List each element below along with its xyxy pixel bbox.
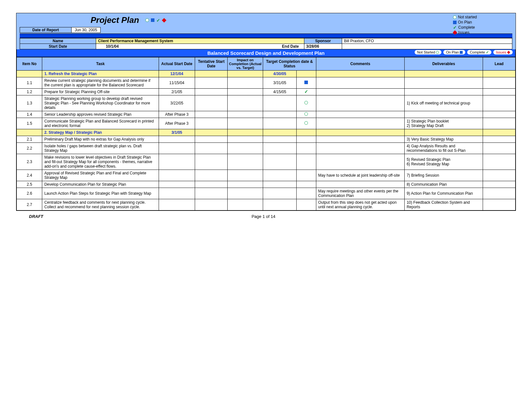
cell-tentative-start xyxy=(195,199,228,210)
table-row: 2.6Launch Action Plan Steps for Strategi… xyxy=(17,188,516,199)
cell-item-no: 1.5 xyxy=(17,118,42,129)
cell-task: Centralize feedback and comments for nex… xyxy=(42,199,159,210)
cell-impact xyxy=(228,77,263,89)
legend-not-started: Not started xyxy=(458,15,477,20)
cell-status xyxy=(297,170,316,181)
cell-deliverables xyxy=(405,89,483,95)
section-title-bar: Balanced Scorecard Design and Developmen… xyxy=(16,49,516,57)
header: Project Plan ✓ Not started On Plan ✓Comp… xyxy=(16,13,516,49)
check-icon: ✓ xyxy=(486,50,489,54)
cell-actual-start: After Phase 3 xyxy=(159,118,195,129)
cell-item-no: 1.3 xyxy=(17,95,42,111)
start-date-label: Start Date xyxy=(20,44,96,49)
footer-page: Page 1 of 14 xyxy=(251,214,275,219)
cell-impact xyxy=(228,170,263,181)
section-actual-start: 12/1/04 xyxy=(159,71,195,77)
col-lead: Lead xyxy=(483,57,515,71)
cell-lead xyxy=(483,111,515,118)
cell-target-date: 4/15/05 xyxy=(263,89,297,95)
status-pills: Not Started On Plan Complete ✓ Issues xyxy=(415,50,513,54)
pill-not-started[interactable]: Not Started xyxy=(415,50,442,54)
legend-on-plan: On Plan xyxy=(458,20,472,25)
cell-actual-start xyxy=(159,154,195,170)
cell-task: Develop Communication Plan for Strategic… xyxy=(42,181,159,188)
square-icon xyxy=(453,21,457,24)
cell-lead xyxy=(483,95,515,111)
cell-deliverables: 10) Feedback Collection System and Repor… xyxy=(405,199,483,210)
cell-item-no: 2.5 xyxy=(17,181,42,188)
legend-complete: Complete xyxy=(458,25,475,30)
cell-target-date xyxy=(263,136,297,143)
diamond-icon xyxy=(507,51,510,54)
section-title-cell: 2. Strategy Map / Strategic Plan xyxy=(42,129,159,136)
cell-comments xyxy=(316,111,404,118)
cell-task: Strategic Planning working group to deve… xyxy=(42,95,159,111)
table-row: 2.7Centralize feedback and comments for … xyxy=(17,199,516,210)
circle-icon xyxy=(304,121,308,125)
cell-actual-start: 2/1/05 xyxy=(159,89,195,95)
start-date: 10/1/04 xyxy=(106,44,119,49)
pill-complete[interactable]: Complete ✓ xyxy=(467,50,491,54)
cell-item-no: 1.2 xyxy=(17,89,42,95)
report-date-row: Date of Report Jun 30, 2005 xyxy=(20,27,512,33)
cell-task: Launch Action Plan Steps for Strategic P… xyxy=(42,188,159,199)
diamond-icon xyxy=(162,18,166,22)
cell-lead xyxy=(483,77,515,89)
cell-deliverables xyxy=(405,111,483,118)
cell-task: Review current strategic planning docume… xyxy=(42,77,159,89)
check-icon: ✓ xyxy=(453,25,457,29)
cell-comments: May require meetings and other events pe… xyxy=(316,188,404,199)
cell-target-date xyxy=(263,143,297,154)
cell-status xyxy=(297,111,316,118)
cell-target-date xyxy=(263,111,297,118)
cell-actual-start xyxy=(159,181,195,188)
col-comments: Comments xyxy=(316,57,404,71)
project-info-table: Name Client Performance Management Syste… xyxy=(20,38,512,49)
cell-comments xyxy=(316,89,404,95)
cell-comments: May have to schedule at joint leadership… xyxy=(316,170,404,181)
cell-tentative-start xyxy=(195,118,228,129)
cell-deliverables: 8) Communication Plan xyxy=(405,181,483,188)
cell-deliverables: 9) Action Plan for Communication Plan xyxy=(405,188,483,199)
cell-comments xyxy=(316,154,404,170)
cell-item-no: 1.1 xyxy=(17,77,42,89)
cell-item-no: 2.4 xyxy=(17,170,42,181)
cell-status xyxy=(297,199,316,210)
cell-comments xyxy=(316,118,404,129)
cell-task: Isolate holes / gaps between draft strat… xyxy=(42,143,159,154)
table-row: 1.4Senior Leadership approves revised St… xyxy=(17,111,516,118)
pill-issues[interactable]: Issues xyxy=(493,50,513,54)
cell-actual-start xyxy=(159,143,195,154)
cell-tentative-start xyxy=(195,170,228,181)
plan-table: Item No Task Actual Start Date Tentative… xyxy=(16,57,516,210)
cell-item-no: 2.1 xyxy=(17,136,42,143)
section-title: Balanced Scorecard Design and Developmen… xyxy=(207,50,324,56)
col-tentative-start: Tentative Start Date xyxy=(195,57,228,71)
table-row: 1.1Review current strategic planning doc… xyxy=(17,77,516,89)
table-row: 2.4Approval of Revised Strategic Plan an… xyxy=(17,170,516,181)
sponsor-label: Sponsor xyxy=(304,38,342,44)
cell-status: ✓ xyxy=(297,89,316,95)
cell-deliverables: 1) Kick off meeting of technical group xyxy=(405,95,483,111)
status-legend: Not started On Plan ✓Complete Issues xyxy=(453,15,477,35)
cell-impact xyxy=(228,154,263,170)
footer-draft: DRAFT xyxy=(29,214,43,219)
cell-impact xyxy=(228,89,263,95)
col-actual-start: Actual Start Date xyxy=(159,57,195,71)
col-target-completion: Target Completion date & Status xyxy=(263,57,316,71)
cell-comments xyxy=(316,77,404,89)
cell-lead xyxy=(483,181,515,188)
pill-on-plan[interactable]: On Plan xyxy=(443,50,465,54)
col-impact: Impact on Completion (Actual vs. Target) xyxy=(228,57,263,71)
cell-target-date xyxy=(263,118,297,129)
cell-actual-start: 3/22/05 xyxy=(159,95,195,111)
col-task: Task xyxy=(42,57,159,71)
cell-deliverables: 7) Briefing Session xyxy=(405,170,483,181)
cell-actual-start xyxy=(159,136,195,143)
cell-target-date xyxy=(263,188,297,199)
table-row: 2.2Isolate holes / gaps between draft st… xyxy=(17,143,516,154)
cell-deliverables: 4) Gap Analysis Results and recommendati… xyxy=(405,143,483,154)
cell-target-date xyxy=(263,199,297,210)
cell-item-no: 2.2 xyxy=(17,143,42,154)
cell-comments: Output from this step does not get acted… xyxy=(316,199,404,210)
